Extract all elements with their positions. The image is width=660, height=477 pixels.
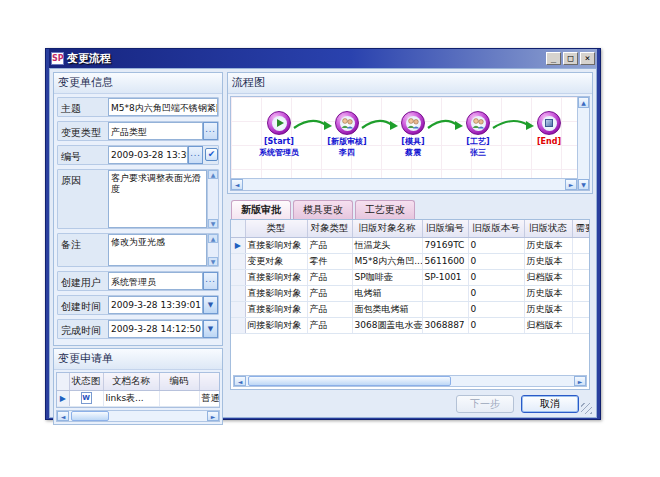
scroll-left-icon[interactable]: ◄: [231, 179, 243, 190]
flow-vscrollbar[interactable]: ▲ ▼: [577, 97, 589, 190]
detail-grid-body[interactable]: 类型对象类型旧版对象名称旧版编号旧版版本号旧版状态需要升版新版▶直接影响对象产品…: [231, 220, 589, 373]
checkbox-unchecked[interactable]: [589, 319, 590, 331]
resize-grip[interactable]: [581, 403, 592, 414]
flow-node-label: [Start]: [244, 137, 314, 146]
detail-cell: 直接影响对象: [245, 269, 307, 285]
flow-detail-column: 流程图 [Start]系统管理员[新版审核]李四[模具]蔡震[工艺]张三[End…: [227, 72, 593, 390]
ellipsis-button[interactable]: ...: [188, 146, 203, 164]
detail-cell: 直接影响对象: [245, 285, 307, 301]
titlebar[interactable]: SP 变更流程 _ □ ×: [49, 49, 597, 68]
next-button[interactable]: 下一步: [456, 395, 514, 413]
detail-cell: 电烤箱: [352, 285, 422, 301]
field-row-textarea: 原因客户要求调整表面光滑度▲▼: [57, 169, 219, 229]
people-icon: [407, 118, 420, 129]
scroll-down-icon[interactable]: ▼: [208, 219, 218, 228]
field-input[interactable]: 2009-3-28 14:12:50: [108, 320, 203, 338]
detail-cell: 3068圆盖电水壶: [352, 317, 422, 333]
detail-grid: 类型对象类型旧版对象名称旧版编号旧版版本号旧版状态需要升版新版▶直接影响对象产品…: [230, 219, 590, 390]
tab-模具更改[interactable]: 模具更改: [293, 200, 353, 219]
tab-工艺更改[interactable]: 工艺更改: [355, 200, 415, 219]
scroll-up-icon[interactable]: ▲: [208, 170, 218, 179]
checkbox-unchecked[interactable]: [589, 271, 590, 283]
detail-col-header: 旧版编号: [422, 220, 468, 237]
detail-cell: 0: [468, 269, 524, 285]
field-input[interactable]: 2009-03-28 13:39:01: [108, 146, 188, 164]
scroll-up-icon[interactable]: ▲: [208, 234, 218, 243]
checkbox-unchecked[interactable]: [589, 287, 590, 299]
detail-row[interactable]: 直接影响对象产品面包类电烤箱0历史版本: [231, 301, 589, 317]
detail-cell: 5611600: [422, 253, 468, 269]
detail-hscrollbar[interactable]: ◄ ►: [233, 375, 587, 387]
flow-node-label: [End]: [514, 137, 577, 146]
scroll-right-icon[interactable]: ►: [565, 179, 577, 190]
change-info-fields: 主题M5*8内六角凹端不锈钢紧固螺钉变更类型产品类型...编号2009-03-2…: [54, 94, 222, 343]
row-pointer: [231, 269, 245, 285]
row-pointer: [231, 285, 245, 301]
minimize-button[interactable]: _: [546, 52, 561, 65]
scroll-down-icon[interactable]: ▼: [208, 257, 218, 266]
detail-col-header: 类型: [245, 220, 307, 237]
detail-cell: 0: [468, 237, 524, 253]
detail-cell: SP-1001: [422, 269, 468, 285]
detail-cell: M5*8内六角凹...: [352, 253, 422, 269]
close-button[interactable]: ×: [580, 52, 595, 65]
flow-node-end[interactable]: [End]: [514, 111, 577, 146]
detail-cell: 直接影响对象: [245, 301, 307, 317]
maximize-button[interactable]: □: [563, 52, 578, 65]
scroll-left-icon[interactable]: ◄: [234, 376, 246, 386]
detail-cell: 产品: [307, 269, 352, 285]
dropdown-button[interactable]: ▼: [203, 320, 218, 338]
detail-row[interactable]: 直接影响对象产品电烤箱0历史版本: [231, 285, 589, 301]
scroll-right-icon[interactable]: ►: [574, 376, 586, 386]
stop-icon: [545, 119, 553, 127]
detail-cell: 间接影响对象: [245, 317, 307, 333]
field-input[interactable]: M5*8内六角凹端不锈钢紧固螺钉: [108, 98, 218, 116]
flow-chart-canvas[interactable]: [Start]系统管理员[新版审核]李四[模具]蔡震[工艺]张三[End]: [231, 97, 577, 178]
field-row-dropdown: 创建时间2009-3-28 13:39:01▼: [57, 295, 219, 315]
flow-node-label: [工艺]: [443, 137, 513, 146]
detail-cell: 79169TC: [422, 237, 468, 253]
detail-row[interactable]: 变更对象零件M5*8内六角凹...56116000历史版本✔M5*8: [231, 253, 589, 269]
checkbox-checked[interactable]: ✔: [589, 240, 590, 252]
detail-row[interactable]: ▶直接影响对象产品恒温龙头79169TC0历史版本✔: [231, 237, 589, 253]
checkbox-unchecked[interactable]: [589, 303, 590, 315]
detail-cell: 产品: [307, 317, 352, 333]
change-info-column: 变更单信息 主题M5*8内六角凹端不锈钢紧固螺钉变更类型产品类型...编号200…: [53, 72, 223, 390]
request-col-header: 文档名称: [103, 373, 159, 390]
detail-row[interactable]: 间接影响对象产品3068圆盖电水壶30688870归档版本: [231, 317, 589, 333]
field-input[interactable]: 2009-3-28 13:39:01: [108, 296, 203, 314]
field-input[interactable]: 系统管理员: [108, 272, 203, 290]
field-row-picker: 创建用户系统管理员...: [57, 271, 219, 291]
detail-col-header: 对象类型: [307, 220, 352, 237]
play-icon: [277, 119, 284, 127]
flow-node-person: 系统管理员: [244, 148, 314, 157]
detail-col-header: 旧版对象名称: [352, 220, 422, 237]
checkbox-checked[interactable]: ✔: [589, 256, 590, 268]
detail-panel: 新版审批模具更改工艺更改 类型对象类型旧版对象名称旧版编号旧版版本号旧版状态需要…: [227, 198, 593, 390]
detail-cell: 0: [468, 317, 524, 333]
flow-node-person: 蔡震: [378, 148, 448, 157]
scroll-up-icon[interactable]: ▲: [578, 97, 589, 108]
scroll-down-icon[interactable]: ▼: [578, 179, 589, 190]
flow-hscrollbar[interactable]: ◄ ►: [231, 178, 577, 190]
detail-row[interactable]: 直接影响对象产品SP咖啡壶SP-10010归档版本SP咖: [231, 269, 589, 285]
field-textarea[interactable]: 客户要求调整表面光滑度: [108, 170, 207, 228]
ellipsis-button[interactable]: ...: [203, 272, 218, 290]
field-row-textarea: 备注修改为亚光感▲▼: [57, 233, 219, 267]
field-textarea[interactable]: 修改为亚光感: [108, 234, 207, 266]
tab-新版审批[interactable]: 新版审批: [231, 200, 291, 219]
cancel-button[interactable]: 取消: [521, 395, 579, 413]
app-icon: SP: [51, 52, 64, 65]
textarea-scrollbar[interactable]: ▲▼: [207, 170, 218, 228]
textarea-scrollbar[interactable]: ▲▼: [207, 234, 218, 266]
checkbox-checked[interactable]: ✔: [205, 148, 218, 161]
detail-cell: 0: [468, 285, 524, 301]
field-input[interactable]: 产品类型: [108, 122, 203, 140]
detail-cell: 0: [468, 253, 524, 269]
ellipsis-button[interactable]: ...: [203, 122, 218, 140]
change-request-title: 变更申请单: [54, 349, 222, 370]
detail-cell: 变更对象: [245, 253, 307, 269]
detail-cell: 归档版本: [524, 317, 572, 333]
request-col-header: [57, 373, 69, 390]
dropdown-button[interactable]: ▼: [203, 296, 218, 314]
